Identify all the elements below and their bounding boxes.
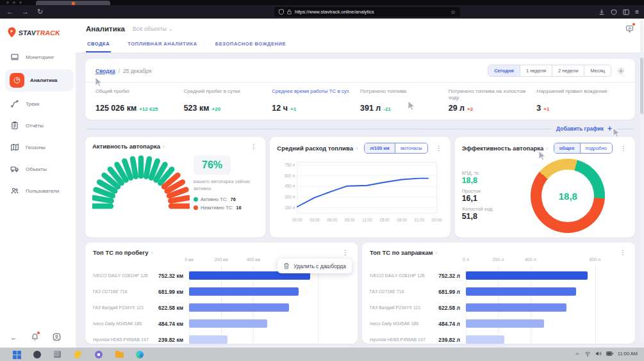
kebab-menu-icon[interactable]: ⋮ [434,145,443,152]
scrollbar-thumb[interactable] [640,58,643,114]
notifications-bell-icon[interactable] [31,333,39,341]
tray-chevron-icon[interactable] [575,351,580,357]
bar[interactable] [189,287,299,296]
toggle-button[interactable]: подробно [580,143,612,153]
sidebar-item-monitor[interactable]: Мониторинг [0,46,76,68]
period-button[interactable]: Сегодня [488,65,520,76]
sidebar-panel-icon[interactable] [623,9,629,15]
edge-browser-icon[interactable] [136,351,144,360]
chevron-right-icon[interactable]: › [546,145,548,152]
axis-tick-label: 200 км [214,257,228,262]
vehicle-value: 239.82 км [154,332,189,348]
profile-icon[interactable] [53,333,61,341]
fuel-bar-chart: IVECO DAILY О281НР 126ГАЗ О271КЕ 716ГАЗ … [370,257,627,348]
kebab-menu-icon[interactable]: ⋮ [618,249,627,256]
vehicle-value: 484.74 км [154,316,189,332]
start-button-icon[interactable] [13,351,21,360]
menu-icon[interactable]: ≡ [635,9,639,15]
tab-1[interactable]: ТОПЛИВНАЯ АНАЛИТИКА [126,36,198,52]
vehicle-name: ГАЗ О271КЕ 716 [370,284,431,300]
toggle-button[interactable]: общее [554,143,580,153]
plus-icon[interactable]: + [607,125,612,132]
chevron-right-icon[interactable]: › [163,143,165,150]
url-text[interactable]: https://www.stavtrack.online/analytics [295,9,447,15]
system-tray: 11:00 AM [575,351,638,357]
sidebar-item-geozones[interactable]: Геозоны [0,136,76,158]
page-scrollbar[interactable] [640,20,643,344]
bar[interactable] [466,287,576,296]
sidebar-item-users[interactable]: Пользователи [0,180,76,202]
bar-names-column: IVECO DAILY О281НР 126ГАЗ О271КЕ 716ГАЗ … [370,257,431,348]
browser-toolbar: ← → ↻ https://www.stavtrack.online/analy… [0,5,644,19]
period-button[interactable]: Месяц [584,65,611,76]
sidebar-item-analytics[interactable]: Аналитика [5,69,74,92]
chevron-right-icon[interactable]: › [151,250,153,256]
forward-icon[interactable]: → [22,8,29,15]
svg-text:15:00: 15:00 [379,218,390,222]
search-app-icon[interactable] [33,351,42,360]
kebab-menu-icon[interactable]: ⋮ [619,145,628,152]
url-bar[interactable]: https://www.stavtrack.online/analytics ☆ [274,7,460,17]
chevron-right-icon[interactable]: › [435,250,437,256]
kebab-menu-icon[interactable]: ⋮ [249,143,258,150]
dashboard-notification-icon[interactable] [625,24,634,33]
gear-icon[interactable] [617,67,625,75]
stat-label: Нарушений правил вождения [536,88,620,102]
tab-2[interactable]: БЕЗОПАСНОЕ ВОЖДЕНИЕ [214,36,288,52]
cortana-app-icon[interactable] [74,351,83,360]
back-icon[interactable]: ← [6,8,13,15]
period-button[interactable]: 2 недели [552,65,584,76]
bar[interactable] [466,271,588,280]
kebab-menu-icon[interactable]: ⋮ [341,249,350,256]
sidebar-item-label: Объекты [26,166,47,172]
charts-row-1: Активность автопарка › ⋮ 76% вашего авто… [85,137,635,237]
sidebar-item-label: Аналитика [30,77,57,83]
sidebar-item-objects[interactable]: Объекты [0,158,76,180]
vehicle-value: 681.99 л [431,284,466,300]
logo[interactable]: STAVTRACK [0,19,76,46]
bar[interactable] [466,319,544,328]
chevron-right-icon[interactable]: › [356,145,358,152]
bar[interactable] [189,303,289,312]
file-explorer-icon[interactable] [115,351,124,360]
collapse-sidebar-icon[interactable]: ← [10,333,17,341]
period-button[interactable]: 1 неделя [520,65,552,76]
efficiency-stat-label: КПД, %: [462,170,508,176]
bookmark-star-icon[interactable]: ☆ [450,9,456,15]
bar[interactable] [466,303,566,312]
reload-icon[interactable]: ↻ [37,8,43,15]
toggle-button[interactable]: моточасы [395,143,427,153]
stat-value: 523 км+20 [184,104,267,113]
delete-from-dashboard-menu-item[interactable]: Удалить с дашборда [277,259,352,273]
sidebar-item-reports[interactable]: Отчёты [0,115,76,136]
summary-stat: Потрачено топлива391 л-21 [360,88,449,113]
summary-title-link[interactable]: Сводка [95,68,115,74]
battery-icon[interactable] [606,351,613,356]
svg-text:03:00: 03:00 [310,218,320,222]
sidebar-item-tracks[interactable]: Треки [0,93,76,115]
bar[interactable] [189,319,267,328]
object-scope-dropdown[interactable]: Все объекты⌄ [133,26,173,32]
browser-tab[interactable] [36,1,110,5]
legend-label: Активно ТС: [201,197,227,202]
wifi-icon[interactable] [584,351,591,357]
svg-text:00:00: 00:00 [292,218,302,222]
store-app-icon[interactable] [95,351,103,360]
bar[interactable] [466,335,504,344]
extensions-icon[interactable] [611,9,617,15]
axis-tick-label: 0 км [185,257,194,262]
tab-0[interactable]: СВОДКА [86,36,111,52]
window-controls[interactable] [6,1,22,4]
summary-header: Сводка / 25 декабря Сегодня1 неделя2 нед… [95,65,625,77]
task-view-icon[interactable] [54,351,62,360]
efficiency-card-title: Эффективность автопарка [462,145,544,152]
toggle-button[interactable]: л/100 км [365,143,395,153]
svg-text:150 л: 150 л [285,205,295,210]
volume-icon[interactable] [595,351,602,357]
clock[interactable]: 11:00 AM [618,351,638,357]
efficiency-card: Эффективность автопарка › общееподробно … [455,137,635,237]
bar[interactable] [189,335,227,344]
download-icon[interactable] [599,9,605,15]
add-chart-button[interactable]: Добавить график [556,125,604,132]
svg-text:12:00: 12:00 [362,218,372,222]
